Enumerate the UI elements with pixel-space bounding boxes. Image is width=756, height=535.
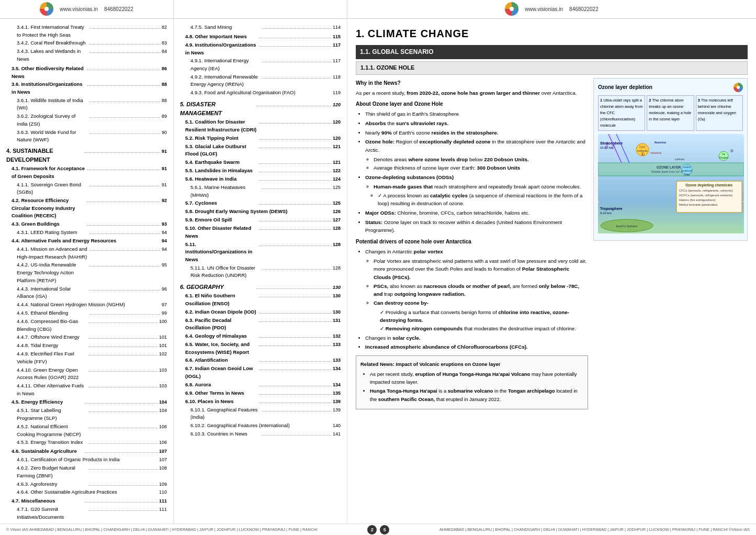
toc-item-52: 5.2. Risk Tipping Point 120 (180, 135, 341, 142)
toc-item-49: 4.9. Institutions/Organizations in News … (180, 41, 341, 57)
svg-text:①: ① (641, 152, 645, 157)
toc-item-5111: 5.11.1. UN Office for Disaster Risk Redu… (180, 264, 341, 280)
polar-vortex-subs: Polar Vortex are stratospheric wind patt… (365, 257, 588, 333)
logo-left (40, 2, 53, 17)
toc-item-441: 4.4.1. Mission on Advanced and High-Impa… (6, 246, 167, 261)
ozone-sub-2: Average thickness of ozone layer over Ea… (374, 164, 588, 172)
driver-3: Increased atmospheric abundance of Chlor… (365, 343, 588, 351)
toc-item-610: 6.10. Places in News 139 (180, 398, 341, 406)
climate-content-panel: 1. CLIMATE CHANGE 1.1. GLOBAL SCENARIO 1… (347, 19, 756, 523)
toc-item-65: 6.5. Water, Ice, Society, and Ecosystems… (180, 341, 341, 356)
ozone-bullet-1: Thin shield of gas in Earth's Stratosphe… (365, 110, 588, 118)
logo-right (505, 2, 518, 17)
chapter-number: 1. (356, 25, 365, 42)
toc-item-471: 4.7.1. G20 Summit Initiatives/Documents … (6, 506, 167, 521)
ozone-bullet-list: Thin shield of gas in Earth's Stratosphe… (356, 110, 588, 234)
svg-text:O₂: O₂ (722, 152, 725, 155)
destroy-check-2: ✓ Removing nitrogen compounds that moder… (380, 325, 588, 333)
toc-item-447: 4.4.7. Offshore Wind Energy 101 (6, 333, 167, 341)
toc-item-56: 5.6. Heatwave in India 124 (180, 175, 341, 183)
toc-item-448: 4.4.8. Tidal Energy 101 (6, 342, 167, 350)
toc-item-4410: 4.4.10. Green Energy Open Access Rules (… (6, 366, 167, 382)
page-badge-left: 2 (367, 525, 377, 534)
driver-1: Changes in Antarctic polar vortex Polar … (365, 248, 588, 333)
toc-item-53: 5.3. Glacial Lake Outburst Flood (GLOF) … (180, 143, 341, 158)
svg-text:chlorine: chlorine (650, 151, 662, 154)
toc-item-68: 6.8. Aurora 134 (180, 381, 341, 389)
polar-vortex-sub-3: Can destroy ozone by- ✓ Providing a surf… (374, 299, 588, 333)
toc-item-493: 4.9.3. Food and Agricultural Organisatio… (180, 89, 341, 97)
toc-item-475: 4.7.5. Sand Mining 114 (180, 24, 341, 31)
potential-drivers-title: Potential drivers of ozone hole over Ant… (356, 238, 588, 246)
toc-item-69: 6.9. Other Terms in News 135 (180, 389, 341, 397)
subsection-1-1-1-bar: 1.1.1. OZONE HOLE (356, 61, 748, 75)
svg-text:Oxygen: Oxygen (719, 156, 728, 159)
toc-item-6102: 6.10.2. Geographical Features (Internati… (180, 422, 341, 430)
svg-text:Methyl bromide (pesticides): Methyl bromide (pesticides) (679, 203, 717, 206)
toc-item-67: 6.7. Indian Ocean Geoid Low (IOGL) 134 (180, 365, 341, 380)
ods-sub-list: Human-made gases that reach stratosphere… (365, 183, 588, 208)
toc-item-35: 3.5. Other Biodiversity Related News 86 (6, 65, 167, 80)
toc-item-58: 5.8. Drought Early Warning System (DEWS)… (180, 208, 341, 216)
page-badge-right: 5 (380, 525, 389, 534)
toc-item-61: 6.1. El Niño Southern Oscillation (ENSO)… (180, 292, 341, 307)
svg-text:fluorine: fluorine (655, 141, 667, 144)
svg-text:molecule: molecule (682, 169, 692, 172)
toc-item-6103: 6.10.3. Countries in News 141 (180, 430, 341, 438)
toc-item-461: 4.6.1. Certification of Organic Products… (6, 456, 167, 464)
toc-item-44: 4.4. Alternative Fuels and Energy Resour… (6, 237, 167, 245)
toc-item-462: 4.6.2. Zero Budget Natural Farming (ZBNF… (6, 464, 167, 480)
bottom-bar: © Vision IAS AHMEDABAD | BENGALURU | BHO… (0, 523, 756, 535)
toc-item-491: 4.9.1. International Energy Agency (IEA)… (180, 57, 341, 72)
ozone-sub-bullets: Denotes areas where ozone levels drop be… (365, 155, 588, 172)
svg-text:Halons (fire extinguishers): Halons (fire extinguishers) (679, 198, 716, 202)
ods-main-bullet: Ozone-depleting substances (ODSs) Human-… (365, 173, 588, 208)
ozone-bullet-3: Nearly 90% of Earth's ozone resides in t… (365, 129, 588, 137)
toc-item-54: 5.4. Earthquake Swarm 121 (180, 159, 341, 166)
toc-item-361: 3.6.1. Wildlife Institute of India (WII)… (6, 97, 167, 112)
bottom-right-text: AHMEDABAD | BENGALURU | BHOPAL | CHANDIG… (439, 527, 750, 532)
toc-item-59: 5.9. Ennore Oil Spill 127 (180, 216, 341, 224)
ozone-sub-1: Denotes areas where ozone levels drop be… (374, 155, 588, 164)
svg-text:Ozone depleting chemicals: Ozone depleting chemicals (685, 183, 732, 187)
related-news-title: Related News: Impact of Volcanic eruptio… (360, 360, 583, 368)
toc-item-45: 4.5. Energy Efficiency 104 (6, 398, 167, 406)
svg-text:Earth's Surface: Earth's Surface (616, 225, 638, 228)
toc-item-463: 4.6.3. Agroforestry 109 (6, 481, 167, 488)
bottom-left-text: © Vision IAS AHMEDABAD | BENGALURU | BHO… (6, 527, 318, 532)
drivers-list: Changes in Antarctic polar vortex Polar … (356, 248, 588, 351)
svg-text:CFC: CFC (639, 146, 645, 149)
bottom-center: 2 5 (367, 525, 389, 534)
svg-point-1 (44, 7, 49, 11)
ozone-bullet-4: Ozone hole: Region of exceptionally depl… (365, 138, 588, 172)
svg-text:HCFCs (aerosols, refrigerant s: HCFCs (aerosols, refrigerant solvents) (679, 194, 732, 197)
ods-sub-2: ✓ A process known as catalytic cycles (a… (378, 192, 588, 208)
chapter-title: CLIMATE CHANGE (368, 25, 469, 42)
toc-item-57: 5.7. Cyclones 125 (180, 199, 341, 207)
toc-item-492: 4.9.2. International Renewable Energy Ag… (180, 73, 341, 88)
phone-right: 8468022022 (569, 6, 599, 12)
driver-2: Changes in solar cycle. (365, 334, 588, 342)
ozone-diagram-title: Ozone layer depletion (598, 83, 743, 92)
about-ozone-title: About Ozone layer and Ozone Hole (356, 100, 588, 108)
ozone-bullet-2: Absorbs the sun's ultraviolet rays. (365, 119, 588, 128)
toc-item-442: 4.4.2. US-India Renewable Energy Technol… (6, 261, 167, 284)
toc-item-464: 4.6.4. Other Sustainable Agriculture Pra… (6, 488, 167, 496)
toc-item-51: 5.1. Coalition for Disaster Resilient In… (180, 118, 341, 133)
toc-item-47: 4.7. Miscellaneous 111 (6, 497, 167, 505)
toc-item-443: 4.4.3. International Solar Alliance (ISA… (6, 285, 167, 300)
toc-item-363: 3.6.3. World Wide Fund for Nature (WWF) … (6, 129, 167, 144)
ozone-diagram-svg: Stratosphere 10-50 km Troposphere 0-10 k… (598, 134, 744, 233)
polar-vortex-sub-1: Polar Vortex are stratospheric wind patt… (374, 257, 588, 282)
section-1-1-bar: 1.1. GLOBAL SCENARIO (356, 45, 748, 59)
toc-item-46: 4.6. Sustainable Agriculture 107 (6, 448, 167, 455)
toc-item-36: 3.6. Institutions/Organizations in News … (6, 81, 167, 96)
svg-text:ozone: ozone (683, 165, 691, 169)
toc-item-511: 5.11. Institutions/Organizations in News… (180, 241, 341, 264)
toc-item-63: 6.3. Pacific Decadal Oscillation (PDO) 1… (180, 317, 341, 332)
polar-vortex-sub-2: PSCs, also known as nacreous clouds or m… (374, 282, 588, 298)
ods-status-bullet: Status: Ozone layer on track to recover … (365, 218, 588, 235)
toc-item-444: 4.4.4. National Green Hydrogen Mission (… (6, 301, 167, 309)
why-in-news-title: Why in the News? (356, 79, 588, 87)
toc-item-55: 5.5. Landslides in Himalayas 122 (180, 167, 341, 175)
